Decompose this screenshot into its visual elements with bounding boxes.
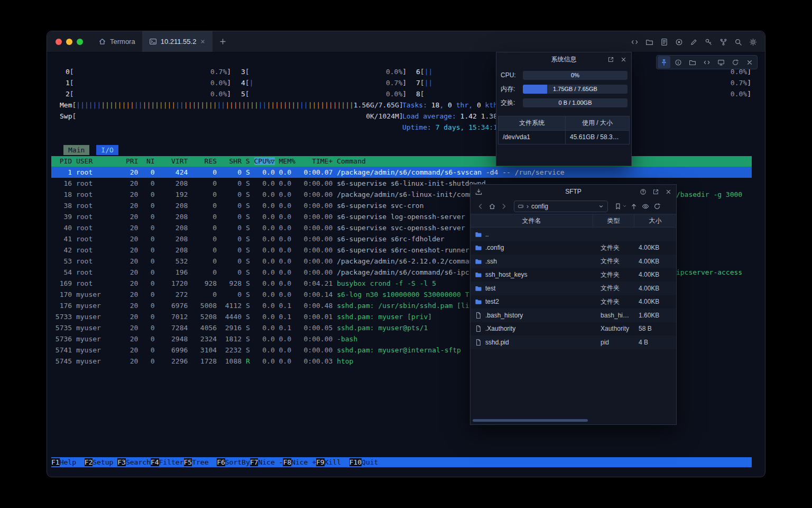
fkey-F3[interactable]: F3Search	[117, 458, 151, 466]
sftp-column-header[interactable]: 文件名	[470, 214, 593, 227]
fkey-F5[interactable]: F5Tree	[184, 458, 217, 466]
filesystem-table-header: 文件系统使用 / 大小	[499, 116, 629, 130]
file-name: ssh_host_keys	[485, 271, 527, 278]
tab-10.211.55.2[interactable]: 10.211.55.2	[142, 31, 213, 52]
forward-button[interactable]	[498, 201, 510, 212]
path-bar[interactable]: › config	[514, 201, 608, 212]
sftp-row[interactable]: ..	[470, 228, 676, 241]
edit-button[interactable]	[689, 37, 698, 47]
sftp-question-button[interactable]	[638, 187, 648, 196]
back-button[interactable]	[475, 201, 486, 212]
fkey-F7[interactable]: F7Nice -	[250, 458, 283, 466]
scrollbar-thumb[interactable]	[473, 419, 588, 422]
path-segment[interactable]: config	[531, 203, 595, 210]
macro-button[interactable]	[718, 37, 728, 47]
file-type: Xauthority	[593, 325, 634, 332]
record-icon	[675, 38, 683, 46]
traffic-lights	[47, 39, 91, 45]
home-button[interactable]	[486, 201, 498, 212]
htop-tab-Main[interactable]: Main	[63, 145, 89, 155]
path-separator: ›	[527, 203, 529, 210]
fkey-F2[interactable]: F2Setup	[85, 458, 118, 466]
sysinfo-meter-row: CPU:0%	[501, 68, 628, 82]
fkey-F4[interactable]: F4Filter	[151, 458, 184, 466]
folder-icon	[475, 231, 482, 238]
sftp-column-header[interactable]: 类型	[593, 214, 634, 227]
sftp-row[interactable]: .ssh文件夹4.00KB	[470, 255, 676, 268]
show-hidden-button[interactable]	[640, 201, 651, 212]
sftp-column-header[interactable]: 大小	[634, 214, 676, 227]
sysinfo-meter-label: 交换:	[501, 98, 523, 107]
cpu-meter-3: 3[ 0.0%]	[241, 66, 407, 77]
bookmark-caret-icon[interactable]	[622, 204, 627, 208]
fkey-F1[interactable]: F1Help	[51, 458, 85, 466]
sftp-row[interactable]: ssh_host_keys文件夹4.00KB	[470, 268, 676, 282]
code-button[interactable]	[700, 56, 713, 68]
info-button[interactable]	[672, 56, 685, 68]
folder-button[interactable]	[644, 37, 654, 47]
folder-icon	[475, 285, 482, 292]
code-button[interactable]	[630, 37, 639, 47]
file-icon	[475, 339, 482, 346]
refresh-button[interactable]	[651, 201, 663, 212]
pin-button[interactable]	[658, 56, 670, 68]
process-table-header[interactable]: PID USER PRI NI VIRT RES SHR S CPU%▽ MEM…	[51, 156, 752, 167]
sftp-title-icons	[638, 185, 673, 198]
sftp-titlebar[interactable]: SFTP	[470, 185, 676, 198]
sysinfo-close-button[interactable]	[619, 55, 628, 64]
transfers-icon[interactable]	[475, 188, 483, 196]
close-tab-icon[interactable]	[200, 39, 206, 44]
sysinfo-meter-bar: 0%	[523, 71, 628, 80]
close-window-button[interactable]	[56, 39, 62, 45]
sftp-panel: SFTP › config 文件名类型大小 ...c	[470, 184, 677, 425]
sftp-row[interactable]: test2文件夹4.00KB	[470, 295, 676, 309]
desktop: Termora10.211.55.2 0[ 0.7%]1[ 0.0%]2[ 0.…	[0, 0, 812, 508]
fkey-F10[interactable]: F10Quit	[349, 458, 386, 466]
sysinfo-meter-value: 0%	[523, 71, 628, 80]
key-button[interactable]	[704, 37, 713, 47]
refresh-icon	[732, 59, 739, 66]
fkey-F9[interactable]: F9Kill	[316, 458, 349, 466]
log-button[interactable]	[659, 37, 669, 47]
sftp-row[interactable]: .config文件夹4.00KB	[470, 241, 676, 255]
close-icon	[746, 59, 753, 66]
sysinfo-meter-bar: 0 B / 1.00GB	[523, 98, 628, 107]
tab-Termora[interactable]: Termora	[91, 31, 142, 52]
horizontal-scrollbar[interactable]	[472, 419, 675, 422]
sftp-row[interactable]: sshd.pidpid4 B	[470, 335, 676, 349]
search-button[interactable]	[733, 37, 743, 47]
fkey-F6[interactable]: F6SortBy	[217, 458, 250, 466]
sftp-toolbar: › config	[470, 198, 676, 214]
htop-tab-I/O[interactable]: I/O	[96, 145, 118, 155]
zoom-window-button[interactable]	[77, 39, 83, 45]
sftp-open-button[interactable]	[651, 187, 660, 196]
new-tab-button[interactable]	[216, 35, 229, 49]
chevron-down-icon[interactable]	[598, 203, 604, 210]
file-name: .Xauthority	[485, 325, 515, 332]
file-icon	[475, 312, 482, 319]
sftp-row[interactable]: test文件夹4.00KB	[470, 282, 676, 295]
refresh-button[interactable]	[729, 56, 742, 68]
fkey-F8[interactable]: F8Nice +	[283, 458, 316, 466]
folder-button[interactable]	[686, 56, 699, 68]
minimize-window-button[interactable]	[66, 39, 72, 45]
eye-icon	[642, 203, 649, 210]
record-button[interactable]	[674, 37, 684, 47]
close-button[interactable]	[743, 56, 756, 68]
sysinfo-open-button[interactable]	[606, 55, 615, 64]
process-row-1[interactable]: 1 root 20 0 424 0 0 S 0.0 0.0 0:00.07 /p…	[51, 167, 752, 178]
file-type: bash_hi…	[593, 312, 634, 319]
sftp-row[interactable]: .XauthorityXauthority58 B	[470, 322, 676, 336]
file-size: 58 B	[634, 325, 676, 332]
settings-button[interactable]	[748, 37, 758, 47]
upload-button[interactable]	[628, 201, 640, 212]
sysinfo-meters: CPU:0%内存:1.75GB / 7.65GB交换:0 B / 1.00GB	[496, 66, 631, 110]
file-size: 4.00KB	[634, 298, 676, 305]
file-type: pid	[593, 339, 634, 346]
display-button[interactable]	[715, 56, 727, 68]
folder-icon	[689, 59, 696, 66]
filesystem-row[interactable]: /dev/vda145.61GB / 58.3…	[499, 130, 629, 144]
sftp-close-button[interactable]	[663, 187, 673, 196]
sysinfo-titlebar[interactable]: 系统信息	[496, 52, 631, 66]
sftp-row[interactable]: .bash_historybash_hi…1.60KB	[470, 309, 676, 322]
